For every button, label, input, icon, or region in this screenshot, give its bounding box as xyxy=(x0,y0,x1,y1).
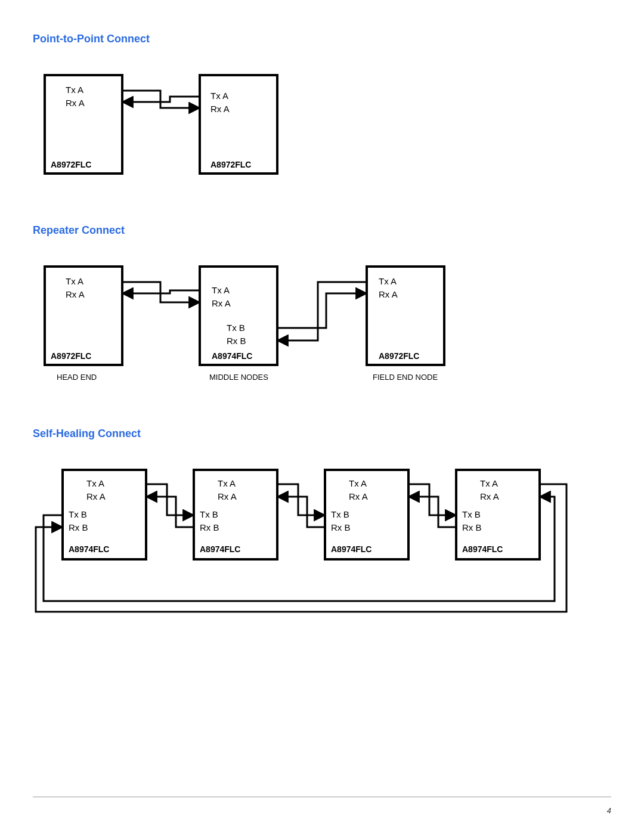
sh-n0-txa: Tx A xyxy=(86,478,104,488)
rep-n0-model: A8972FLC xyxy=(51,351,91,361)
sh-node-1: Tx A Rx A Tx B Rx B A8974FLC xyxy=(194,470,277,559)
sh-n1-rxa: Rx A xyxy=(218,491,237,501)
sh-n3-model: A8974FLC xyxy=(462,544,503,554)
sh-node-3: Tx A Rx A Tx B Rx B A8974FLC xyxy=(456,470,540,559)
sh-node-0: Tx A Rx A Tx B Rx B A8974FLC xyxy=(63,470,146,559)
ptp-n0-rx: Rx A xyxy=(66,98,85,108)
conn-line xyxy=(146,484,194,515)
conn-line xyxy=(277,497,325,527)
conn-line xyxy=(277,293,367,328)
rep-n0-role: HEAD END xyxy=(57,373,97,382)
svg-rect-3 xyxy=(200,267,277,365)
rep-n2-role: FIELD END NODE xyxy=(373,373,438,382)
conn-line xyxy=(277,484,325,515)
diagram-repeater: Tx A Rx A A8972FLC HEAD END Tx A Rx A Tx… xyxy=(33,261,611,392)
diagram-selfheal: Tx A Rx A Tx B Rx B A8974FLC Tx A Rx A T… xyxy=(33,464,611,619)
ptp-n0-tx: Tx A xyxy=(66,85,83,95)
sh-n1-model: A8974FLC xyxy=(200,544,240,554)
sh-n0-rxa: Rx A xyxy=(86,491,106,501)
sh-n1-txb: Tx B xyxy=(200,509,218,519)
sh-n3-rxa: Rx A xyxy=(480,491,499,501)
conn-line xyxy=(277,282,367,340)
conn-line xyxy=(146,497,194,527)
conn-line xyxy=(122,91,200,108)
rep-n1-role: MIDDLE NODES xyxy=(209,373,268,382)
sh-n3-txb: Tx B xyxy=(462,509,481,519)
sh-n3-rxb: Rx B xyxy=(462,522,482,532)
heading-ptp: Point-to-Point Connect xyxy=(33,33,611,45)
ptp-n1-model: A8972FLC xyxy=(210,160,251,169)
sh-n2-model: A8974FLC xyxy=(331,544,371,554)
sh-n1-txa: Tx A xyxy=(218,478,236,488)
sh-n0-txb: Tx B xyxy=(69,509,87,519)
page-number: 4 xyxy=(607,806,611,815)
sh-n0-model: A8974FLC xyxy=(69,544,109,554)
heading-repeater: Repeater Connect xyxy=(33,224,611,237)
conn-line xyxy=(408,484,456,515)
footer-rule xyxy=(33,797,611,797)
svg-rect-1 xyxy=(200,75,277,174)
sh-n2-txa: Tx A xyxy=(349,478,367,488)
rep-n1-rxb: Rx B xyxy=(227,336,246,346)
rep-n0-rx: Rx A xyxy=(66,289,85,299)
rep-n2-tx: Tx A xyxy=(379,276,397,286)
sh-n3-txa: Tx A xyxy=(480,478,498,488)
sh-n1-rxb: Rx B xyxy=(200,522,219,532)
sh-n2-rxb: Rx B xyxy=(331,522,351,532)
ptp-n1-tx: Tx A xyxy=(210,91,228,101)
sh-n0-rxb: Rx B xyxy=(69,522,88,532)
rep-n1-txb: Tx B xyxy=(227,323,245,333)
ptp-n1-rx: Rx A xyxy=(210,104,230,114)
ptp-n0-model: A8972FLC xyxy=(51,160,91,169)
rep-n0-tx: Tx A xyxy=(66,276,83,286)
heading-selfheal: Self-Healing Connect xyxy=(33,428,611,440)
rep-n2-rx: Rx A xyxy=(379,289,398,299)
rep-n1-model: A8974FLC xyxy=(212,351,252,361)
sh-node-2: Tx A Rx A Tx B Rx B A8974FLC xyxy=(325,470,408,559)
conn-line xyxy=(408,497,456,527)
rep-n1-txa: Tx A xyxy=(212,285,230,295)
conn-line xyxy=(122,282,200,302)
rep-n2-model: A8972FLC xyxy=(379,351,419,361)
page-root: Point-to-Point Connect Tx A Rx A A8972FL… xyxy=(0,0,644,833)
diagram-ptp: Tx A Rx A A8972FLC Tx A Rx A A8972FLC xyxy=(33,69,611,188)
sh-n2-rxa: Rx A xyxy=(349,491,368,501)
rep-n1-rxa: Rx A xyxy=(212,298,231,308)
sh-n2-txb: Tx B xyxy=(331,509,349,519)
